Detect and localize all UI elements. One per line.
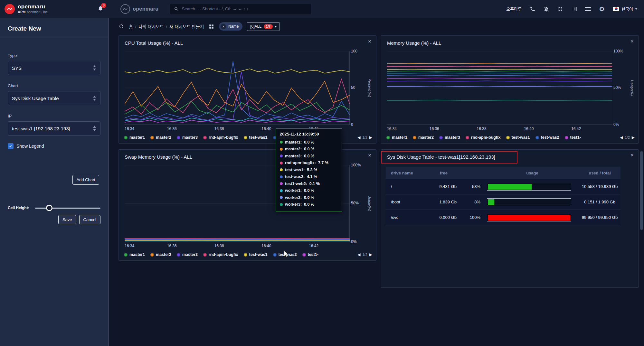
breadcrumb-my-dashboard[interactable]: 나의 대시보드 bbox=[138, 23, 164, 30]
global-search[interactable] bbox=[170, 3, 311, 15]
type-select[interactable]: SYS bbox=[8, 61, 100, 75]
ip-select[interactable]: test-was1 [192.168.23.193] bbox=[8, 121, 100, 136]
search-input[interactable] bbox=[182, 6, 307, 11]
next-icon[interactable]: ▶ bbox=[369, 135, 372, 140]
legend-item-master1[interactable]: master1 bbox=[124, 135, 145, 140]
legend-dot bbox=[413, 136, 416, 139]
tooltip-series-value: 0.0 % bbox=[304, 154, 314, 158]
legend-dot bbox=[203, 253, 207, 257]
chart-select[interactable]: Sys Disk Usage Table bbox=[8, 91, 100, 105]
brand-text: openmaru APMopenmaru, Inc. bbox=[18, 4, 48, 14]
scope-dropdown[interactable]: [0]ALL 1/7 ▾ bbox=[247, 22, 280, 31]
chart-legend: master1master2master3rnd-apm-bugfixtest-… bbox=[124, 251, 348, 258]
y-tick: 50 bbox=[351, 85, 364, 90]
legend-item-master1[interactable]: master1 bbox=[124, 252, 145, 257]
legend-pager: ◀ 1/2 ▶ bbox=[357, 134, 372, 141]
logout-icon[interactable] bbox=[571, 6, 577, 12]
checkbox-checked-icon[interactable]: ✓ bbox=[8, 143, 14, 149]
chart-tooltip: 2025-11-12 16:39:50 master1:0.0 %master2… bbox=[276, 128, 342, 211]
legend-item-master3[interactable]: master3 bbox=[177, 252, 198, 257]
legend-item-master1[interactable]: master1 bbox=[386, 135, 407, 140]
openmaru-logo-icon bbox=[5, 4, 15, 14]
sidebar-title: Create New bbox=[0, 18, 108, 38]
legend-item-test1-[interactable]: test1- bbox=[302, 252, 318, 257]
x-tick: 16:36 bbox=[430, 126, 439, 131]
usage-percent-cell: 8% bbox=[460, 200, 486, 204]
close-icon[interactable]: × bbox=[630, 153, 634, 158]
x-axis: 16:3416:3616:3816:4016:42 bbox=[387, 126, 612, 132]
legend-label: master1 bbox=[392, 135, 407, 140]
legend-item-master2[interactable]: master2 bbox=[150, 135, 171, 140]
legend-item-test-was1[interactable]: test-was1 bbox=[506, 135, 530, 140]
legend-item-master3[interactable]: master3 bbox=[439, 135, 460, 140]
panel-cpu-usage: CPU Total Usage (%) - ALL × 100 50 0 Per… bbox=[118, 35, 376, 144]
close-icon[interactable]: × bbox=[368, 153, 371, 158]
usage-bar bbox=[487, 198, 571, 206]
tooltip-series-name: master3: bbox=[285, 154, 302, 158]
legend-item-rnd-apm-bugfix[interactable]: rnd-apm-bugfix bbox=[203, 252, 238, 257]
tooltip-row: test-was2:4.1 % bbox=[280, 173, 338, 181]
language-selector[interactable]: 한국어 ▾ bbox=[613, 6, 637, 12]
tooltip-series-name: test-was1: bbox=[285, 168, 305, 172]
gear-icon[interactable]: ⚙ bbox=[599, 6, 605, 12]
company-link[interactable]: 오픈마루 bbox=[506, 6, 522, 12]
menu-icon[interactable] bbox=[585, 7, 591, 11]
slider-thumb[interactable] bbox=[46, 205, 52, 211]
next-icon[interactable]: ▶ bbox=[369, 252, 372, 257]
prev-icon[interactable]: ◀ bbox=[357, 135, 360, 140]
add-chart-button[interactable]: Add Chart bbox=[72, 175, 99, 185]
cancel-button[interactable]: Cancel bbox=[79, 215, 100, 224]
series-line-worker3 bbox=[387, 100, 612, 100]
close-icon[interactable]: × bbox=[368, 39, 371, 44]
legend-item-test-was2[interactable]: test-was2 bbox=[535, 135, 559, 140]
tooltip-series-name: worker2: bbox=[285, 195, 302, 200]
legend-dot bbox=[439, 136, 443, 139]
legend-dot bbox=[124, 253, 128, 257]
phone-icon[interactable] bbox=[530, 6, 535, 12]
series-line-test1-web2 bbox=[125, 120, 350, 122]
save-button[interactable]: Save bbox=[58, 215, 76, 224]
tooltip-series-value: 0.0 % bbox=[304, 140, 314, 145]
legend-item-test-was1[interactable]: test-was1 bbox=[244, 135, 268, 140]
notification-bell[interactable]: 3 bbox=[97, 5, 104, 13]
x-tick: 16:38 bbox=[477, 126, 487, 131]
grid-view-icon[interactable] bbox=[208, 23, 214, 30]
x-axis: 16:3416:3616:3816:4016:42 bbox=[125, 244, 350, 249]
refresh-icon[interactable] bbox=[118, 23, 124, 29]
close-icon[interactable]: × bbox=[630, 39, 634, 44]
free-cell: 1.839 Gb bbox=[428, 200, 460, 204]
prev-icon[interactable]: ◀ bbox=[357, 252, 360, 257]
cpu-chart: 100 50 0 Percent (%) bbox=[125, 51, 350, 125]
legend-item-master2[interactable]: master2 bbox=[413, 135, 434, 140]
used-total-cell: 10.558 / 19.989 Gb bbox=[579, 184, 620, 189]
page-indicator: 1/2 bbox=[625, 136, 630, 139]
fullscreen-icon[interactable] bbox=[557, 6, 563, 12]
legend-item-rnd-apm-bugfix[interactable]: rnd-apm-bugfix bbox=[203, 135, 238, 140]
remove-tag-icon[interactable]: × bbox=[221, 24, 226, 29]
x-tick: 16:40 bbox=[261, 126, 271, 131]
show-legend-toggle[interactable]: ✓ Show Legend bbox=[8, 143, 100, 149]
breadcrumb-home[interactable]: 홈 bbox=[129, 23, 133, 30]
legend-item-test1-[interactable]: test1- bbox=[565, 135, 581, 140]
legend-item-test-was1[interactable]: test-was1 bbox=[244, 252, 268, 257]
legend-label: rnd-apm-bugfix bbox=[471, 135, 501, 140]
legend-item-test-was2[interactable]: test-was2 bbox=[273, 252, 297, 257]
series-line-worker1 bbox=[387, 73, 612, 73]
bell-slash-icon[interactable] bbox=[544, 6, 549, 12]
column-header: free bbox=[428, 171, 460, 175]
breadcrumb-current: 새 대시보드 만들기 bbox=[169, 23, 204, 30]
chevron-down-icon: ▾ bbox=[635, 7, 637, 11]
name-filter-tag[interactable]: × Name bbox=[219, 22, 242, 31]
prev-icon[interactable]: ◀ bbox=[620, 135, 623, 140]
chart-label: Chart bbox=[8, 83, 100, 88]
cell-height-slider[interactable] bbox=[35, 205, 100, 211]
legend-item-master3[interactable]: master3 bbox=[177, 135, 198, 140]
legend-label: master2 bbox=[418, 135, 434, 140]
legend-item-master2[interactable]: master2 bbox=[150, 252, 171, 257]
x-tick: 16:42 bbox=[309, 244, 318, 248]
used-total-cell: 0.151 / 1.990 Gb bbox=[579, 200, 620, 204]
next-icon[interactable]: ▶ bbox=[632, 135, 635, 140]
y-tick: 100% bbox=[351, 163, 364, 167]
page-scrollbar[interactable] bbox=[640, 151, 643, 230]
legend-item-rnd-apm-bugfix[interactable]: rnd-apm-bugfix bbox=[466, 135, 501, 140]
